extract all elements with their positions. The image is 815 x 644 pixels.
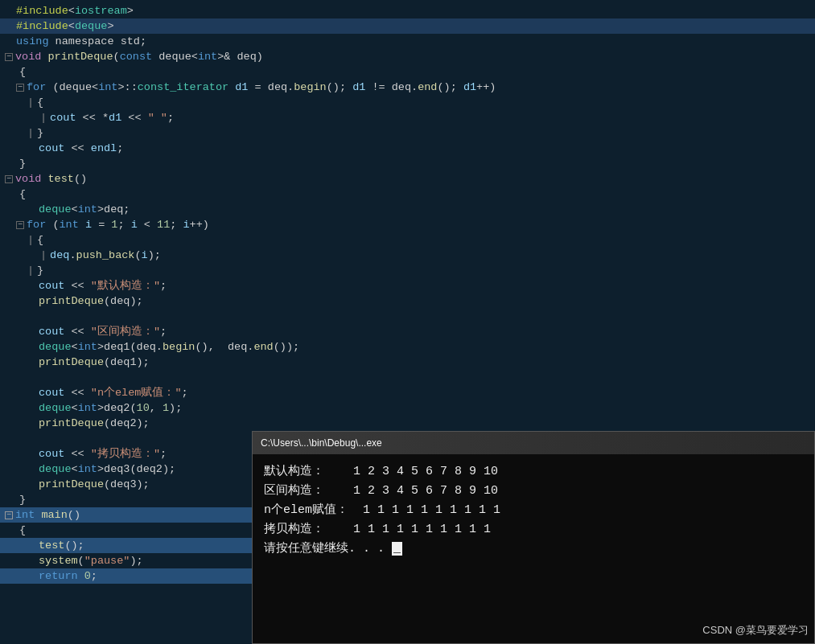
code-line-18: | } xyxy=(0,263,815,278)
code-line-19: cout << "默认构造："; xyxy=(0,278,815,293)
code-line-28: printDeque(deq2); xyxy=(0,416,815,431)
terminal-line-5: 请按任意键继续. . . _ xyxy=(264,539,803,559)
code-line-16: | { xyxy=(0,232,815,248)
terminal-line-1: 默认构造： 1 2 3 4 5 6 7 8 9 10 xyxy=(264,462,803,482)
fold-icon-6[interactable]: − xyxy=(16,84,24,92)
code-line-9: | } xyxy=(0,125,815,141)
code-line-12: − void test() xyxy=(0,171,815,187)
code-line-blank2 xyxy=(0,370,815,385)
terminal-line-4: 拷贝构造： 1 1 1 1 1 1 1 1 1 1 xyxy=(264,520,803,539)
code-line-3: using namespace std; xyxy=(0,34,815,49)
code-line-24: printDeque(deq1); xyxy=(0,355,815,370)
terminal-title: C:\Users\...\bin\Debug\...exe xyxy=(261,437,382,449)
code-line-15: − for (int i = 1; i < 11; i++) xyxy=(0,217,815,232)
code-line-11: } xyxy=(0,156,815,171)
code-line-26: cout << "n个elem赋值："; xyxy=(0,385,815,400)
code-line-2: #include<deque> xyxy=(0,18,815,34)
code-line-8: | cout << *d1 << " "; xyxy=(0,110,815,125)
terminal-window: C:\Users\...\bin\Debug\...exe 默认构造： 1 2 … xyxy=(252,431,815,644)
terminal-titlebar: C:\Users\...\bin\Debug\...exe xyxy=(253,432,814,454)
fold-icon-12[interactable]: − xyxy=(5,175,13,183)
code-line-27: deque<int>deq2(10, 1); xyxy=(0,400,815,416)
fold-icon-15[interactable]: − xyxy=(16,221,24,229)
code-line-13: { xyxy=(0,187,815,202)
code-line-4: − void printDeque(const deque<int>& deq) xyxy=(0,49,815,64)
terminal-line-3: n个elem赋值： 1 1 1 1 1 1 1 1 1 1 xyxy=(264,501,803,520)
code-line-6: − for (deque<int>::const_iterator d1 = d… xyxy=(0,80,815,95)
code-line-14: deque<int>deq; xyxy=(0,202,815,217)
code-line-blank1 xyxy=(0,309,815,324)
code-line-20: printDeque(deq); xyxy=(0,293,815,309)
terminal-body: 默认构造： 1 2 3 4 5 6 7 8 9 10 区间构造： 1 2 3 4… xyxy=(253,454,814,643)
code-line-10: cout << endl; xyxy=(0,141,815,156)
code-line-1: #include<iostream> xyxy=(0,3,815,18)
code-line-5: { xyxy=(0,64,815,80)
fold-icon-4[interactable]: − xyxy=(5,53,13,61)
terminal-line-2: 区间构造： 1 2 3 4 5 6 7 8 9 10 xyxy=(264,482,803,501)
watermark: CSDN @菜鸟要爱学习 xyxy=(702,623,809,638)
code-line-23: deque<int>deq1(deq.begin(), deq.end()); xyxy=(0,339,815,355)
code-line-22: cout << "区间构造："; xyxy=(0,324,815,339)
code-line-17: | deq.push_back(i); xyxy=(0,248,815,263)
fold-icon-34[interactable]: − xyxy=(5,511,13,519)
code-line-7: | { xyxy=(0,95,815,110)
